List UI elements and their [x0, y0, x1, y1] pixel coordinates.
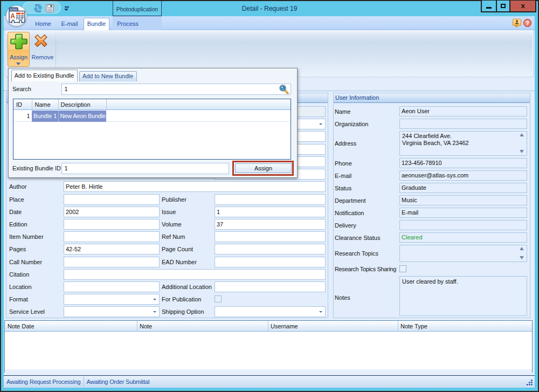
svg-text:A: A — [10, 12, 15, 20]
